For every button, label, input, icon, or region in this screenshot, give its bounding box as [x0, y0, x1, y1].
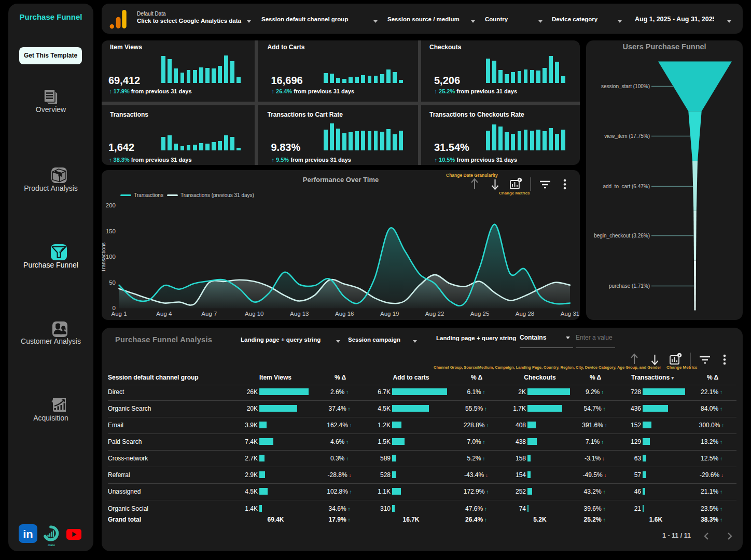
svg-text:Aug 13: Aug 13 [290, 310, 309, 316]
svg-text:begin_checkout (3.26%): begin_checkout (3.26%) [594, 233, 650, 239]
svg-text:Aug 10: Aug 10 [245, 310, 263, 316]
svg-text:purchase (1.71%): purchase (1.71%) [609, 283, 650, 289]
svg-text:Aug 16: Aug 16 [335, 310, 354, 316]
svg-text:Transactions: Transactions [102, 242, 106, 272]
svg-text:Aug 22: Aug 22 [425, 310, 444, 316]
svg-text:clare: clare [48, 543, 55, 547]
svg-text:in: in [23, 528, 33, 541]
svg-text:Aug 28: Aug 28 [516, 310, 534, 316]
svg-text:150: 150 [106, 228, 116, 234]
svg-text:Aug 25: Aug 25 [470, 310, 489, 316]
svg-text:0: 0 [113, 305, 116, 311]
svg-text:session_start (100%): session_start (100%) [601, 83, 650, 89]
svg-text:add_to_cart (6.47%): add_to_cart (6.47%) [603, 184, 650, 189]
svg-text:200: 200 [106, 202, 116, 208]
svg-text:Aug 31: Aug 31 [561, 310, 579, 316]
svg-text:Aug 7: Aug 7 [201, 310, 217, 316]
svg-text:Aug 4: Aug 4 [156, 310, 172, 316]
svg-text:50: 50 [109, 279, 116, 285]
svg-text:view_item (17.75%): view_item (17.75%) [604, 133, 650, 139]
svg-text:100: 100 [106, 254, 116, 260]
svg-text:Aug 19: Aug 19 [380, 310, 399, 316]
